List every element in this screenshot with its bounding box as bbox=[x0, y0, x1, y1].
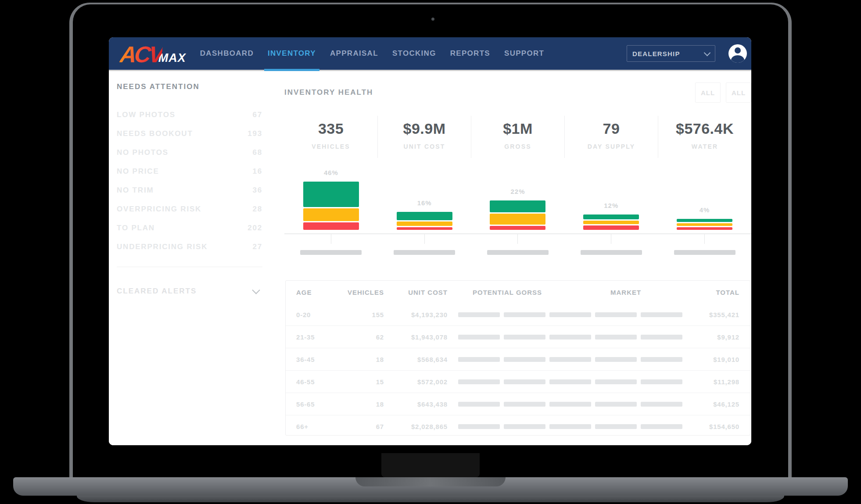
nav-menu: DASHBOARDINVENTORYAPPRAISALSTOCKINGREPOR… bbox=[193, 37, 551, 70]
sidebar-item-label: NO PHOTOS bbox=[117, 148, 169, 157]
sidebar-item-to-plan[interactable]: TO PLAN202 bbox=[117, 218, 262, 237]
chart-tick bbox=[517, 234, 518, 244]
sidebar-item-no-photos[interactable]: NO PHOTOS68 bbox=[117, 143, 262, 162]
sidebar-divider bbox=[117, 267, 262, 267]
stacked-bar[interactable] bbox=[677, 219, 732, 230]
chart-xlabel-col bbox=[564, 250, 658, 255]
col-header-total: TOTAL bbox=[682, 289, 739, 296]
laptop-base-lip bbox=[77, 496, 784, 502]
redacted-value-bar bbox=[595, 335, 637, 340]
main-panel: INVENTORY HEALTH ALLALL 335VEHICLES$9.9M… bbox=[284, 71, 751, 436]
stats-row: 335VEHICLES$9.9MUNIT COST$1MGROSS79DAY S… bbox=[284, 116, 751, 158]
table-row-age-0-20[interactable]: 0-20155$4,193,230$355,421 bbox=[286, 304, 750, 325]
sidebar-item-no-price[interactable]: NO PRICE16 bbox=[117, 162, 262, 181]
col-header-age: AGE bbox=[296, 289, 336, 296]
stacked-bar[interactable] bbox=[583, 214, 639, 230]
nav-item-support[interactable]: SUPPORT bbox=[497, 37, 551, 70]
sidebar-item-no-trim[interactable]: NO TRIM36 bbox=[117, 181, 262, 200]
stat-water: $576.4KWATER bbox=[658, 116, 751, 158]
redacted-value-bar bbox=[458, 335, 500, 340]
sidebar-item-count: 67 bbox=[252, 111, 262, 119]
dealership-dropdown[interactable]: DEALERSHIP bbox=[627, 45, 715, 62]
stacked-bar[interactable] bbox=[303, 182, 359, 230]
user-icon bbox=[735, 47, 741, 54]
acvmax-logo[interactable]: ACV MAX bbox=[120, 37, 186, 70]
cell-vehicles: 62 bbox=[336, 333, 384, 341]
chart-tick-col bbox=[564, 234, 658, 246]
table-row-age-36-45[interactable]: 36-4518$568,634$19,010 bbox=[286, 348, 750, 370]
cell-age: 36-45 bbox=[296, 356, 336, 363]
table-row-age-56-65[interactable]: 56-6518$643,438$46,125 bbox=[286, 393, 750, 415]
sidebar-item-count: 193 bbox=[248, 129, 262, 138]
chart-bar-group-5: 4% bbox=[658, 160, 751, 230]
redacted-value-bar bbox=[549, 312, 591, 317]
filter-all-button-2[interactable]: ALL bbox=[726, 82, 751, 103]
sidebar-item-label: TO PLAN bbox=[117, 224, 155, 232]
cell-age: 56-65 bbox=[296, 400, 336, 408]
cell-bars-zone bbox=[458, 371, 682, 393]
stat-value: $1M bbox=[471, 120, 564, 137]
chart-xlabel-placeholders bbox=[284, 250, 751, 255]
stacked-bar[interactable] bbox=[397, 212, 452, 230]
sidebar-item-count: 16 bbox=[252, 167, 262, 176]
bar-segment-healthy bbox=[397, 212, 452, 220]
sidebar-item-overpricing-risk[interactable]: OVERPRICING RISK28 bbox=[117, 200, 262, 218]
stacked-bar[interactable] bbox=[490, 200, 545, 230]
bar-segment-risk bbox=[677, 227, 732, 230]
bar-percent-label: 4% bbox=[658, 206, 751, 214]
redacted-value-bar bbox=[549, 379, 591, 384]
col-header-market: MARKET bbox=[610, 289, 641, 296]
sidebar-item-count: 27 bbox=[252, 243, 262, 251]
sidebar-item-needs-bookout[interactable]: NEEDS BOOKOUT193 bbox=[117, 124, 262, 143]
top-navbar: ACV MAX DASHBOARDINVENTORYAPPRAISALSTOCK… bbox=[109, 37, 751, 71]
redacted-value-bar bbox=[641, 357, 682, 362]
redacted-value-bar bbox=[641, 335, 682, 340]
table-row-age-46-55[interactable]: 46-5515$572,002$11,298 bbox=[286, 370, 750, 393]
redacted-value-bar bbox=[641, 402, 682, 407]
cell-unit-cost: $1,943,078 bbox=[384, 333, 448, 341]
redacted-value-bar bbox=[641, 424, 682, 429]
redacted-value-bar bbox=[504, 335, 545, 340]
cell-total: $46,125 bbox=[682, 400, 739, 408]
sidebar-item-count: 36 bbox=[252, 186, 262, 195]
bar-segment-warning bbox=[490, 214, 545, 225]
cleared-alerts-toggle[interactable]: CLEARED ALERTS bbox=[117, 286, 262, 296]
bar-percent-label: 16% bbox=[378, 199, 471, 207]
stat-gross: $1MGROSS bbox=[471, 116, 564, 158]
chart-bars: 46%16%22%12%4% bbox=[284, 160, 751, 230]
cell-bars-zone bbox=[458, 326, 682, 348]
chart-tick-col bbox=[658, 234, 751, 246]
sidebar-item-low-photos[interactable]: LOW PHOTOS67 bbox=[117, 105, 262, 124]
sidebar-item-label: NO PRICE bbox=[117, 167, 159, 176]
sidebar-item-underpricing-risk[interactable]: UNDERPRICING RISK27 bbox=[117, 237, 262, 256]
bar-segment-warning bbox=[677, 223, 732, 226]
user-avatar[interactable] bbox=[728, 44, 747, 63]
chart-tick-col bbox=[378, 234, 471, 246]
dealership-dropdown-label: DEALERSHIP bbox=[632, 50, 680, 57]
table-row-age-21-35[interactable]: 21-3562$1,943,078$9,912 bbox=[286, 325, 750, 348]
nav-item-dashboard[interactable]: DASHBOARD bbox=[193, 37, 261, 70]
bar-percent-label: 12% bbox=[564, 202, 658, 209]
nav-item-appraisal[interactable]: APPRAISAL bbox=[323, 37, 385, 70]
redacted-value-bar bbox=[504, 402, 545, 407]
cell-age: 0-20 bbox=[296, 311, 336, 318]
filter-buttons: ALLALL bbox=[695, 82, 751, 103]
filter-all-button-1[interactable]: ALL bbox=[695, 82, 721, 103]
redacted-xlabel-bar bbox=[581, 250, 642, 255]
user-icon-body bbox=[731, 55, 744, 63]
bar-segment-healthy bbox=[677, 219, 732, 222]
cell-unit-cost: $572,002 bbox=[384, 378, 448, 386]
col-header-potential-gorss: POTENTIAL GORSS bbox=[473, 289, 542, 296]
nav-item-inventory[interactable]: INVENTORY bbox=[261, 37, 323, 70]
nav-item-reports[interactable]: REPORTS bbox=[443, 37, 497, 70]
cleared-alerts-label: CLEARED ALERTS bbox=[117, 287, 197, 296]
inventory-health-title: INVENTORY HEALTH bbox=[284, 88, 373, 97]
table-row-age-66plus[interactable]: 66+67$2,028,865$154,650 bbox=[286, 415, 750, 436]
table-body: 0-20155$4,193,230$355,42121-3562$1,943,0… bbox=[286, 304, 750, 436]
chart-tick bbox=[331, 234, 331, 244]
chart-xlabel-col bbox=[284, 250, 378, 255]
cell-vehicles: 18 bbox=[336, 356, 384, 363]
redacted-value-bar bbox=[458, 424, 500, 429]
nav-item-stocking[interactable]: STOCKING bbox=[385, 37, 443, 70]
chart-tick bbox=[424, 234, 425, 244]
